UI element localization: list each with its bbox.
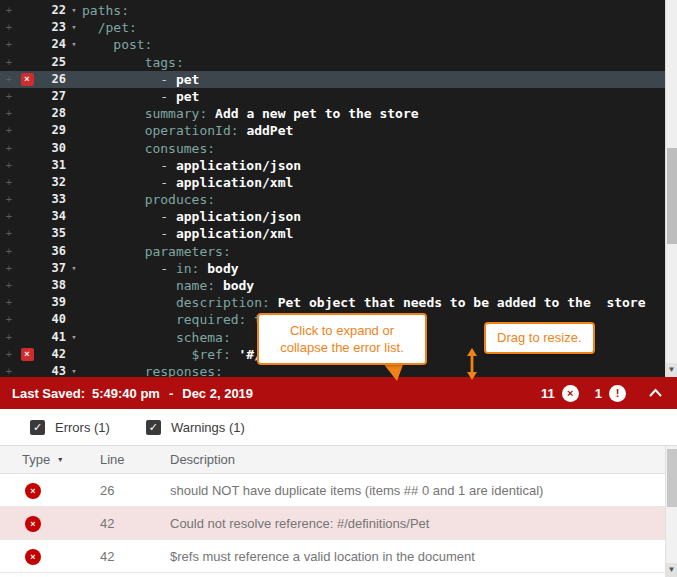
code-line-38[interactable]: +38 name: body [0, 277, 677, 294]
line-number: 28 [36, 105, 66, 122]
code-line-31[interactable]: +31 - application/json [0, 157, 677, 174]
collapse-chevron-icon[interactable] [648, 388, 663, 398]
code-text: required: true [82, 311, 286, 328]
line-column-header[interactable]: Line [100, 452, 170, 467]
type-column-header[interactable]: Type ▾ [0, 452, 100, 467]
code-line-29[interactable]: +29 operationId: addPet [0, 122, 677, 139]
expand-tooltip-text: Click to expand or collapse the error li… [280, 323, 404, 355]
line-number: 40 [36, 311, 66, 328]
type-header-label: Type [22, 452, 50, 467]
error-marker[interactable]: × [18, 73, 36, 86]
code-text: - pet [82, 71, 199, 88]
error-table-row[interactable]: ×26should NOT have duplicate items (item… [0, 474, 677, 507]
code-text: responses: [82, 363, 223, 377]
warnings-filter-checkbox[interactable]: ✓ Warnings (1) [146, 420, 245, 435]
gutter-plus-icon: + [0, 105, 18, 122]
warnings-filter-label: Warnings (1) [171, 420, 245, 435]
code-text: parameters: [82, 243, 231, 260]
code-line-22[interactable]: +22▾paths: [0, 2, 677, 19]
status-bar[interactable]: Last Saved: 5:49:40 pm - Dec 2, 2019 11 … [0, 377, 677, 409]
gutter-plus-icon: + [0, 191, 18, 208]
line-number: 38 [36, 277, 66, 294]
expand-collapse-tooltip: Click to expand or collapse the error li… [257, 313, 427, 365]
gutter-plus-icon: + [0, 19, 18, 36]
error-count-icon: × [562, 385, 579, 402]
line-number: 41 [36, 329, 66, 346]
editor-scroll-down-button[interactable]: ▼ [666, 363, 677, 377]
line-cell: 42 [100, 516, 170, 531]
code-line-23[interactable]: +23▾ /pet: [0, 19, 677, 36]
resize-tooltip-text: Drag to resize. [497, 330, 582, 345]
line-number: 36 [36, 243, 66, 260]
fold-arrow-icon[interactable]: ▾ [66, 19, 82, 36]
code-line-37[interactable]: +37▾ - in: body [0, 260, 677, 277]
warning-count: 1 [595, 386, 602, 401]
gutter-plus-icon: + [0, 294, 18, 311]
line-number: 37 [36, 260, 66, 277]
error-type-icon: × [25, 516, 41, 532]
code-line-30[interactable]: +30 consumes: [0, 140, 677, 157]
editor-scrollbar[interactable]: ▼ [665, 0, 677, 377]
gutter-plus-icon: + [0, 243, 18, 260]
gutter-plus-icon: + [0, 122, 18, 139]
table-scrollbar-thumb[interactable] [667, 449, 677, 507]
fold-arrow-icon[interactable]: ▾ [66, 260, 82, 277]
fold-arrow-icon[interactable]: ▾ [66, 36, 82, 53]
gutter-plus-icon: + [0, 277, 18, 294]
checkbox-checked-icon: ✓ [146, 420, 161, 435]
gutter-plus-icon: + [0, 157, 18, 174]
gutter-plus-icon: + [0, 225, 18, 242]
code-line-35[interactable]: +35 - application/xml [0, 225, 677, 242]
code-line-32[interactable]: +32 - application/xml [0, 174, 677, 191]
sort-arrow-icon: ▾ [58, 455, 62, 464]
code-line-36[interactable]: +36 parameters: [0, 243, 677, 260]
code-text: description: Pet object that needs to be… [82, 294, 646, 311]
line-number: 23 [36, 19, 66, 36]
line-number: 43 [36, 363, 66, 377]
description-column-header[interactable]: Description [170, 452, 677, 467]
code-text: - application/json [82, 208, 301, 225]
code-line-39[interactable]: +39 description: Pet object that needs t… [0, 294, 677, 311]
code-line-34[interactable]: +34 - application/json [0, 208, 677, 225]
gutter-plus-icon: + [0, 88, 18, 105]
line-number: 31 [36, 157, 66, 174]
code-line-28[interactable]: +28 summary: Add a new pet to the store [0, 105, 677, 122]
type-cell: × [0, 548, 100, 565]
line-number: 34 [36, 208, 66, 225]
gutter-plus-icon: + [0, 363, 18, 377]
fold-arrow-icon[interactable]: ▾ [66, 2, 82, 19]
line-number: 22 [36, 2, 66, 19]
filter-bar: ✓ Errors (1) ✓ Warnings (1) [0, 409, 677, 446]
line-number: 33 [36, 191, 66, 208]
line-number: 26 [36, 71, 66, 88]
gutter-plus-icon: + [0, 260, 18, 277]
code-line-25[interactable]: +25 tags: [0, 54, 677, 71]
code-text: post: [82, 36, 152, 53]
errors-filter-checkbox[interactable]: ✓ Errors (1) [30, 420, 110, 435]
fold-arrow-icon[interactable]: ▾ [66, 363, 82, 377]
error-marker[interactable]: × [18, 348, 36, 361]
gutter-plus-icon: + [0, 311, 18, 328]
code-line-26[interactable]: +×26 - pet [0, 71, 677, 88]
line-cell: 26 [100, 483, 170, 498]
gutter-plus-icon: + [0, 140, 18, 157]
line-number: 42 [36, 346, 66, 363]
gutter-plus-icon: + [0, 2, 18, 19]
code-line-33[interactable]: +33 produces: [0, 191, 677, 208]
fold-arrow-icon[interactable]: ▾ [66, 329, 82, 346]
errors-table-body: ×26should NOT have duplicate items (item… [0, 474, 677, 573]
gutter-plus-icon: + [0, 54, 18, 71]
code-line-43[interactable]: +43▾ responses: [0, 363, 677, 377]
table-scroll-down-button[interactable]: ▼ [666, 563, 677, 577]
editor-scrollbar-thumb[interactable] [667, 148, 677, 244]
code-text: schema: [82, 329, 231, 346]
code-line-27[interactable]: +27 - pet [0, 88, 677, 105]
error-type-icon: × [25, 483, 41, 499]
error-table-row[interactable]: ×42Could not resolve reference: #/defini… [0, 507, 677, 540]
last-saved-text: Last Saved: 5:49:40 pm - Dec 2, 2019 [12, 386, 253, 401]
code-line-24[interactable]: +24▾ post: [0, 36, 677, 53]
error-table-row[interactable]: ×42$refs must reference a valid location… [0, 540, 677, 573]
last-saved-date: Dec 2, 2019 [182, 386, 253, 401]
table-scrollbar[interactable]: ▼ [665, 446, 677, 577]
description-cell: should NOT have duplicate items (items #… [170, 483, 677, 498]
